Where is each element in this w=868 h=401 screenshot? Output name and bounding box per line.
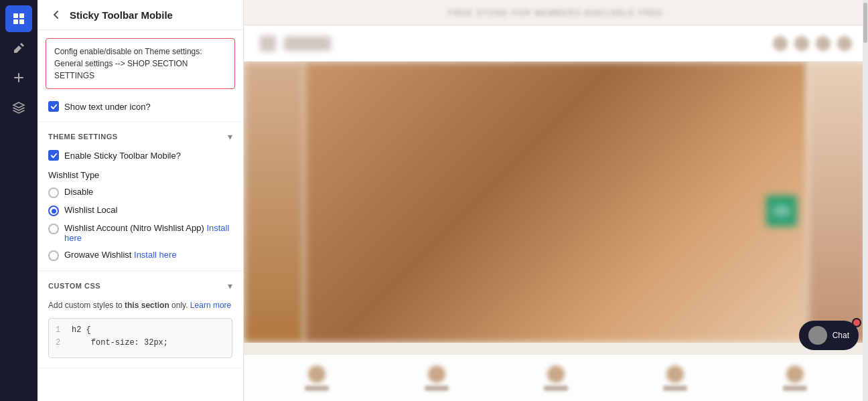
css-line-content-1: h2 { xyxy=(72,324,91,337)
preview-content: FREE STORE FOR MEMBERS AVAILABLE FREE xyxy=(244,0,868,401)
chat-badge xyxy=(852,318,861,327)
hero-side-left xyxy=(244,62,304,343)
svg-rect-2 xyxy=(13,19,18,24)
config-notice: Config enable/disable on Theme settings:… xyxy=(46,38,235,89)
panel-header: Sticky Toolbar Mobile xyxy=(38,0,243,30)
install-here-link-2[interactable]: Install here xyxy=(134,250,177,260)
css-line-1: 1 h2 { xyxy=(56,324,225,337)
svg-rect-1 xyxy=(19,13,24,18)
preview-header-bar: FREE STORE FOR MEMBERS AVAILABLE FREE xyxy=(244,0,868,25)
custom-css-note: Add custom styles to this section only. … xyxy=(48,299,232,311)
css-line-num-1: 1 xyxy=(56,324,64,337)
chevron-down-icon[interactable]: ▾ xyxy=(228,131,232,142)
theme-settings-section: THEME SETTINGS ▾ Enable Sticky Toolbar M… xyxy=(38,122,243,271)
icon-bar-grid[interactable] xyxy=(5,5,32,32)
radio-circle-wishlist-local xyxy=(48,206,59,216)
nav-icon-search xyxy=(773,36,788,51)
left-panel: Sticky Toolbar Mobile Config enable/disa… xyxy=(38,0,244,401)
css-line-2: 2 font-size: 32px; xyxy=(56,337,225,349)
theme-settings-title: THEME SETTINGS xyxy=(48,133,118,141)
bottom-bar-search-label xyxy=(544,386,568,391)
learn-more-link[interactable]: Learn more xyxy=(190,301,231,310)
bottom-bar-cart-label xyxy=(783,386,807,391)
bottom-bar-cart xyxy=(783,366,807,391)
nav-icons xyxy=(773,36,852,51)
svg-rect-3 xyxy=(19,19,24,24)
bottom-bar-shop xyxy=(425,366,449,391)
enable-sticky-row: Enable Sticky Toolbar Mobile? xyxy=(48,150,232,170)
chat-label: Chat xyxy=(833,331,849,340)
preview-header-text: FREE STORE FOR MEMBERS AVAILABLE FREE xyxy=(448,9,664,17)
icon-bar-tools[interactable] xyxy=(5,35,32,62)
radio-circle-wishlist-account xyxy=(48,224,59,234)
radio-label-growave: Growave Wishlist Install here xyxy=(64,250,177,260)
show-text-checkbox[interactable] xyxy=(48,101,59,112)
bottom-bar-cart-icon xyxy=(786,366,804,383)
icon-bar-add[interactable] xyxy=(5,64,32,91)
bottom-bar-search xyxy=(544,366,568,391)
preview-nav-left xyxy=(260,35,331,52)
hero-img-center xyxy=(304,62,808,343)
svg-rect-0 xyxy=(13,13,18,18)
radio-label-wishlist-local: Wishlist Local xyxy=(64,205,117,215)
custom-css-header: CUSTOM CSS ▾ xyxy=(48,280,232,291)
bottom-bar-home xyxy=(305,366,329,391)
css-editor[interactable]: 1 h2 { 2 font-size: 32px; xyxy=(48,318,232,358)
hero-side-right xyxy=(808,62,868,343)
radio-circle-disable xyxy=(48,187,59,198)
radio-wishlist-account[interactable]: Wishlist Account (Nitro Wishlist App) In… xyxy=(48,223,232,243)
install-here-link-1[interactable]: Install here xyxy=(64,223,229,243)
right-scrollbar-thumb xyxy=(863,3,867,43)
custom-css-section: CUSTOM CSS ▾ Add custom styles to this s… xyxy=(38,271,243,368)
bottom-bar-account-icon xyxy=(666,366,684,383)
preview-nav xyxy=(244,25,868,62)
radio-wishlist-local[interactable]: Wishlist Local xyxy=(48,205,232,216)
nav-icon-wishlist xyxy=(816,36,830,51)
custom-css-chevron-icon[interactable]: ▾ xyxy=(228,280,232,291)
green-badge xyxy=(766,195,797,226)
config-notice-text: Config enable/disable on Theme settings:… xyxy=(54,47,202,80)
css-line-num-2: 2 xyxy=(56,337,64,349)
bottom-bar-account xyxy=(663,366,687,391)
radio-circle-growave xyxy=(48,250,59,261)
bottom-bar-account-label xyxy=(663,386,687,391)
right-scrollbar[interactable] xyxy=(863,0,868,401)
preview-area: FREE STORE FOR MEMBERS AVAILABLE FREE xyxy=(244,0,868,401)
custom-css-title: CUSTOM CSS xyxy=(48,282,100,290)
wishlist-type-radio-group: Disable Wishlist Local Wishlist Account … xyxy=(48,187,232,261)
theme-settings-header: THEME SETTINGS ▾ xyxy=(48,131,232,142)
bottom-bar-shop-icon xyxy=(428,366,445,383)
show-text-label[interactable]: Show text under icon? xyxy=(64,102,151,112)
bottom-bar-shop-label xyxy=(425,386,449,391)
enable-sticky-checkbox[interactable] xyxy=(48,150,59,161)
radio-disable[interactable]: Disable xyxy=(48,187,232,198)
chat-avatar xyxy=(808,326,827,345)
nav-icon-cart xyxy=(837,36,852,51)
nav-icon-account xyxy=(794,36,809,51)
bottom-bar-home-icon xyxy=(308,366,326,383)
wishlist-type-label: Wishlist Type xyxy=(48,170,232,180)
radio-growave[interactable]: Growave Wishlist Install here xyxy=(48,250,232,261)
radio-label-disable: Disable xyxy=(64,187,93,197)
css-line-content-2: font-size: 32px; xyxy=(72,337,168,349)
enable-sticky-label[interactable]: Enable Sticky Toolbar Mobile? xyxy=(64,151,181,161)
nav-menu-icon xyxy=(260,35,276,52)
show-text-row: Show text under icon? xyxy=(38,94,243,122)
preview-hero xyxy=(244,62,868,343)
green-badge-inner xyxy=(774,206,790,216)
bottom-bar-home-label xyxy=(305,386,329,391)
icon-bar xyxy=(0,0,38,401)
panel-title: Sticky Toolbar Mobile xyxy=(70,9,173,21)
radio-label-wishlist-account: Wishlist Account (Nitro Wishlist App) In… xyxy=(64,223,232,243)
bottom-bar-search-icon xyxy=(547,366,565,383)
back-button[interactable] xyxy=(48,8,64,21)
preview-bottom-toolbar xyxy=(244,354,868,401)
chat-widget[interactable]: Chat xyxy=(799,321,859,350)
icon-bar-layers[interactable] xyxy=(5,94,32,121)
nav-logo xyxy=(284,36,331,51)
